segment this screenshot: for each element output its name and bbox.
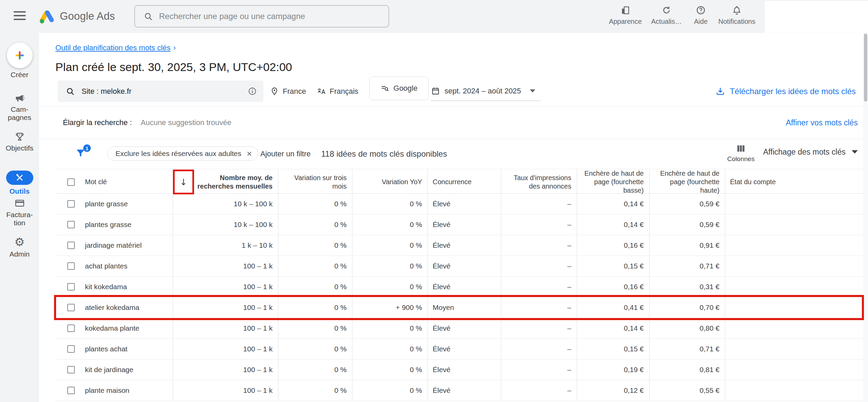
top-bid-high-cell: 0,31 € xyxy=(649,277,725,297)
sort-descending-icon[interactable]: ↓ xyxy=(173,177,194,187)
filter-chip-exclude-adult[interactable]: Exclure les idées réservées aux adultes … xyxy=(107,146,258,161)
top-bid-low-cell: 0,12 € xyxy=(577,380,649,401)
ad-impression-share-cell: – xyxy=(501,318,577,338)
yoy-change-cell: 0 % xyxy=(352,235,428,256)
keyword-cell: kokedama plante xyxy=(55,318,173,338)
row-checkbox[interactable] xyxy=(67,325,75,332)
search-placeholder: Rechercher une page ou une campagne xyxy=(159,12,305,21)
network-selector[interactable]: Google xyxy=(369,76,429,100)
sidebar-item-admin[interactable]: ⚙ Admin xyxy=(0,236,39,258)
ad-impression-share-cell: – xyxy=(501,214,577,235)
yoy-change-cell: + 900 % xyxy=(352,297,428,318)
yoy-change-cell: 0 % xyxy=(352,339,428,359)
date-range-selector[interactable]: sept. 2024 – août 2025 xyxy=(431,81,541,101)
column-header-account-status[interactable]: État du compte xyxy=(725,169,863,195)
google-ads-logo[interactable]: Google Ads xyxy=(39,8,115,24)
download-icon xyxy=(716,87,725,96)
gear-icon: ⚙ xyxy=(14,236,24,248)
yoy-change-cell: 0 % xyxy=(352,194,428,214)
location-selector[interactable]: France xyxy=(270,81,306,102)
chevron-down-icon xyxy=(530,89,535,92)
sidebar: Créer Cam-pagnes Objectifs xyxy=(0,33,39,402)
keyword-text: plante grasse xyxy=(85,200,128,208)
sidebar-item-create[interactable]: Créer xyxy=(0,42,39,79)
row-checkbox[interactable] xyxy=(67,387,75,394)
column-header-top-bid-high[interactable]: Enchère de haut de page (fourchette haut… xyxy=(649,169,725,195)
keyword-text: plante maison xyxy=(85,386,129,395)
row-checkbox[interactable] xyxy=(67,345,75,353)
row-checkbox[interactable] xyxy=(67,262,75,270)
sidebar-item-tools[interactable]: Outils xyxy=(0,171,39,195)
ad-impression-share-cell: – xyxy=(501,360,577,380)
page-title: Plan créé le sept. 30, 2025, 3 PM, UTC+0… xyxy=(55,60,292,74)
megaphone-icon xyxy=(15,93,25,103)
row-checkbox[interactable] xyxy=(67,366,75,373)
table-row: plante grasse10 k – 100 k0 %0 %Élevé–0,1… xyxy=(55,194,863,214)
breadcrumb: Outil de planification des mots clés› xyxy=(55,43,176,52)
sidebar-item-campaigns[interactable]: Cam-pagnes xyxy=(0,93,39,122)
main-content: Outil de planification des mots clés› Pl… xyxy=(39,33,868,402)
add-filter-button[interactable]: Ajouter un filtre xyxy=(260,139,311,169)
notifications-button[interactable]: Notifications xyxy=(710,5,764,25)
close-icon[interactable]: × xyxy=(247,149,252,158)
table-row: plantes grasse10 k – 100 k0 %0 %Élevé–0,… xyxy=(55,214,863,235)
download-keyword-ideas-button[interactable]: Télécharger les idées de mots clés xyxy=(716,81,856,102)
broaden-search-value: Aucune suggestion trouvée xyxy=(141,118,231,127)
row-checkbox[interactable] xyxy=(67,304,75,311)
avg-searches-cell: 100 – 1 k xyxy=(173,339,278,359)
tools-pill[interactable] xyxy=(6,171,33,185)
table-row: plantes achat100 – 1 k0 %0 %Élevé–0,15 €… xyxy=(55,339,863,360)
account-status-cell xyxy=(725,277,863,297)
row-checkbox[interactable] xyxy=(67,283,75,291)
table-row: achat plantes100 – 1 k0 %0 %Élevé–0,15 €… xyxy=(55,256,863,277)
keyword-cell: kit kokedama xyxy=(55,277,173,297)
column-header-yoy-change[interactable]: Variation YoY xyxy=(352,169,428,195)
refine-keywords-link[interactable]: Affiner vos mots clés xyxy=(786,107,858,139)
menu-hamburger-icon[interactable] xyxy=(14,11,26,21)
scrollbar-thumb[interactable] xyxy=(864,34,867,102)
row-checkbox[interactable] xyxy=(67,242,75,249)
ad-impression-share-cell: – xyxy=(501,235,577,256)
language-selector[interactable]: Français xyxy=(317,81,358,102)
create-plus-icon[interactable] xyxy=(7,42,33,68)
global-search-input[interactable]: Rechercher une page ou une campagne xyxy=(134,5,389,28)
three-month-change-cell: 0 % xyxy=(278,339,352,359)
keyword-ideas-count: 118 idées de mots clés disponibles xyxy=(321,139,447,169)
competition-cell: Élevé xyxy=(428,235,501,256)
three-month-change-cell: 0 % xyxy=(278,194,352,214)
row-checkbox[interactable] xyxy=(67,221,75,228)
ad-impression-share-cell: – xyxy=(501,380,577,401)
column-header-top-bid-low[interactable]: Enchère de haut de page (fourchette bass… xyxy=(577,169,649,195)
row-checkbox[interactable] xyxy=(67,200,75,208)
column-header-ad-impression-share[interactable]: Taux d'impressions des annonces xyxy=(501,169,577,195)
keyword-text: kokedama plante xyxy=(85,324,139,332)
three-month-change-cell: 0 % xyxy=(278,235,352,256)
column-header-competition[interactable]: Concurrence xyxy=(428,169,501,195)
sidebar-item-goals[interactable]: Objectifs xyxy=(0,132,39,152)
columns-button[interactable]: Colonnes xyxy=(726,144,756,163)
credit-card-icon xyxy=(15,198,25,208)
topbar: Google Ads Rechercher une page ou une ca… xyxy=(0,0,868,33)
column-header-avg-monthly-searches[interactable]: ↓ Nombre moy. de recherches mensuelles xyxy=(173,169,278,195)
yoy-change-cell: 0 % xyxy=(352,256,428,276)
info-icon[interactable] xyxy=(248,87,257,95)
chevron-down-icon xyxy=(852,150,858,154)
account-status-cell xyxy=(725,256,863,276)
filter-funnel-button[interactable]: 1 xyxy=(75,148,88,161)
site-value: Site : meloke.fr xyxy=(82,87,248,96)
yoy-change-cell: 0 % xyxy=(352,380,428,401)
breadcrumb-link[interactable]: Outil de planification des mots clés xyxy=(55,43,171,52)
column-header-keyword: Mot clé xyxy=(55,169,173,195)
ad-impression-share-cell: – xyxy=(501,297,577,318)
select-all-checkbox[interactable] xyxy=(67,178,75,186)
column-header-three-month-change[interactable]: Variation sur trois mois xyxy=(278,169,352,195)
sidebar-item-billing[interactable]: Factura-tion xyxy=(0,198,39,227)
keyword-cell: jardinage matériel xyxy=(55,235,173,256)
keyword-view-selector[interactable]: Affichage des mots clés xyxy=(763,139,858,165)
account-status-cell xyxy=(725,214,863,235)
site-search-input[interactable]: Site : meloke.fr xyxy=(58,81,263,102)
three-month-change-cell: 0 % xyxy=(278,380,352,401)
keyword-text: jardinage matériel xyxy=(85,241,142,249)
three-month-change-cell: 0 % xyxy=(278,256,352,276)
top-bid-low-cell: 0,16 € xyxy=(577,235,649,256)
